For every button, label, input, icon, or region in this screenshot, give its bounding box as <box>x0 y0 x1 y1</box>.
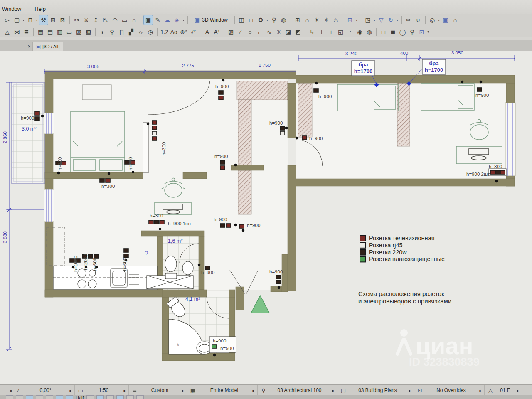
segment-arrow-icon[interactable]: ▸ <box>251 388 256 393</box>
bottom-icon[interactable] <box>16 395 23 399</box>
circle-tool-icon[interactable]: ○ <box>246 27 254 37</box>
table-grid-icon[interactable]: ▦ <box>36 27 45 37</box>
radial-dimension-icon[interactable]: ⊕² <box>179 27 188 37</box>
segment-arrow-icon[interactable]: ▸ <box>478 388 483 393</box>
line-tool-icon[interactable]: ∕ <box>236 27 245 37</box>
bottom-icon[interactable] <box>96 395 104 399</box>
bottom-icon[interactable] <box>66 395 73 399</box>
rotate-view-icon[interactable]: ↻ <box>387 15 395 25</box>
segment-arrow-icon[interactable]: ▸ <box>407 388 413 393</box>
menu-window[interactable]: Window <box>1 5 22 12</box>
cube-frame-icon[interactable]: ◻ <box>247 15 256 25</box>
hatch-b-icon[interactable]: ▥ <box>55 27 64 37</box>
bucket-icon[interactable]: ∪ <box>414 15 423 25</box>
camera-icon[interactable]: ◎ <box>428 15 437 25</box>
hatch-c-icon[interactable]: ▨ <box>74 27 83 37</box>
resize-icon[interactable]: ⊠ <box>58 15 67 25</box>
dropdown-caret-icon[interactable]: ▾ <box>182 18 185 22</box>
bottom-icon[interactable] <box>46 395 53 399</box>
dropdown-caret-icon[interactable]: ▾ <box>22 18 25 22</box>
move-point-icon[interactable]: + <box>327 27 335 37</box>
split-icon[interactable]: ⚔ <box>82 15 91 25</box>
polyline-tool-icon[interactable]: ⌐ <box>255 27 264 37</box>
bottom-icon[interactable] <box>6 395 13 399</box>
mep-icon[interactable]: ♨ <box>332 15 340 25</box>
photo-home-icon[interactable]: ⌂ <box>451 15 460 25</box>
segment-arrow-icon[interactable]: ▸ <box>515 388 521 393</box>
3d-window-button[interactable]: ▣3D Window <box>191 16 231 24</box>
copy-camera-icon[interactable]: ▣ <box>441 15 450 25</box>
section-icon[interactable]: ◔ <box>346 27 355 37</box>
segment-arrow-icon[interactable]: ▸ <box>122 388 128 393</box>
marquee-3d-icon[interactable]: ◳ <box>364 15 372 25</box>
select-arrow-icon[interactable]: ▻ <box>3 15 12 25</box>
doorway-icon[interactable]: ∏ <box>117 27 126 37</box>
bottom-icon[interactable] <box>56 395 63 399</box>
drawing-icon[interactable]: ◱ <box>336 27 345 37</box>
node-icon[interactable]: ↳ <box>308 27 316 37</box>
hotspot-tool-icon[interactable]: ✳ <box>274 27 283 37</box>
adjust-icon[interactable]: ↥ <box>91 15 100 25</box>
grid-3d-icon[interactable]: ⊞ <box>293 15 302 25</box>
status-model-view-options[interactable]: ▢03 Building Plans▸ <box>337 385 414 396</box>
walkthrough-icon[interactable]: ⚲ <box>270 15 278 25</box>
figure-a-icon[interactable]: ◪ <box>284 27 293 37</box>
bottom-icon[interactable] <box>116 395 124 399</box>
morph-icon[interactable]: ☁ <box>163 15 172 25</box>
segment-arrow-icon[interactable]: ▸ <box>180 388 186 393</box>
text-tool-icon[interactable]: A <box>203 27 212 37</box>
dimension-settings-icon[interactable]: ⊞ <box>49 15 57 25</box>
slab-tool-icon[interactable]: △ <box>3 27 12 37</box>
rotate-3d-icon[interactable]: ◈ <box>172 15 181 25</box>
sun-settings-icon[interactable]: ☀ <box>313 15 321 25</box>
perspective-icon[interactable]: ▞ <box>127 27 135 37</box>
fillet-icon[interactable]: ◠ <box>111 15 119 25</box>
figure-icon[interactable]: ⚲ <box>108 27 116 37</box>
bottom-icon[interactable] <box>26 395 33 399</box>
group-select-icon[interactable]: ▣ <box>144 15 153 25</box>
man-icon[interactable]: ⚲ <box>408 27 416 37</box>
clock-icon[interactable]: ◷ <box>146 27 155 37</box>
figure-b-icon[interactable]: ◩ <box>293 27 302 37</box>
dropdown-caret-icon[interactable]: ▾ <box>437 18 441 22</box>
bowtie-tool-icon[interactable]: ⋈ <box>12 27 21 37</box>
status-lead-arrow[interactable]: ▸ <box>0 388 12 393</box>
cut-icon[interactable]: ✂ <box>72 15 81 25</box>
layers-icon[interactable]: ≣ <box>22 27 31 37</box>
status-model-filter[interactable]: ▦Entire Model▸ <box>187 385 258 396</box>
dropdown-caret-icon[interactable]: ▾ <box>426 30 430 34</box>
dropdown-caret-icon[interactable]: ▾ <box>373 18 377 22</box>
tab-close-icon[interactable]: × <box>26 42 32 51</box>
status-graphic-overrides[interactable]: ⊡No Overrides▸ <box>414 385 485 396</box>
trim-icon[interactable]: ▭ <box>120 15 129 25</box>
floor-plan-canvas[interactable]: браh=1700браh=1700 Розетка телевизионная… <box>0 51 532 384</box>
filter-icon[interactable]: ▽ <box>377 15 386 25</box>
camera2-icon[interactable]: ◉ <box>355 27 364 37</box>
offset-icon[interactable]: ⇱ <box>101 15 110 25</box>
dimension-tool-icon[interactable]: 1.2 <box>160 27 169 37</box>
cube-link-icon[interactable]: ⊡ <box>417 27 426 37</box>
bottom-icon[interactable] <box>106 395 114 399</box>
paintbrush-icon[interactable]: ✏ <box>404 15 413 25</box>
lock-icon[interactable]: ⊓ <box>26 15 34 25</box>
bottom-icon[interactable] <box>36 395 43 399</box>
level-dimension-icon[interactable]: √² <box>189 27 197 37</box>
hatch-a-icon[interactable]: ▤ <box>46 27 54 37</box>
dashed-rect-icon[interactable]: ▭ <box>65 27 74 37</box>
dropdown-caret-icon[interactable]: ▾ <box>266 18 269 22</box>
marquee-icon[interactable]: ▢ <box>12 15 21 25</box>
box-solid-icon[interactable]: ◼ <box>389 27 397 37</box>
dropdown-caret-icon[interactable]: ▾ <box>355 18 359 22</box>
status-layer-combination[interactable]: ≣Custom▸ <box>129 385 187 396</box>
orbit-icon[interactable]: ◍ <box>279 15 288 25</box>
label-tool-icon[interactable]: A¹ <box>212 27 221 37</box>
blob-icon[interactable]: ◍ <box>365 27 374 37</box>
leaf-icon[interactable]: ◗ <box>98 27 107 37</box>
segment-arrow-icon[interactable]: ▸ <box>68 388 74 393</box>
pickup-parameters-icon[interactable]: ⚒ <box>39 15 48 25</box>
home-view-icon[interactable]: ⌂ <box>303 15 312 25</box>
status-renovation-filter[interactable]: △01 E▸ <box>485 385 522 396</box>
sphere-icon[interactable]: ◯ <box>398 27 407 37</box>
axonometry-icon[interactable]: ⚙ <box>256 15 265 25</box>
environment-icon[interactable]: ✳ <box>322 15 331 25</box>
